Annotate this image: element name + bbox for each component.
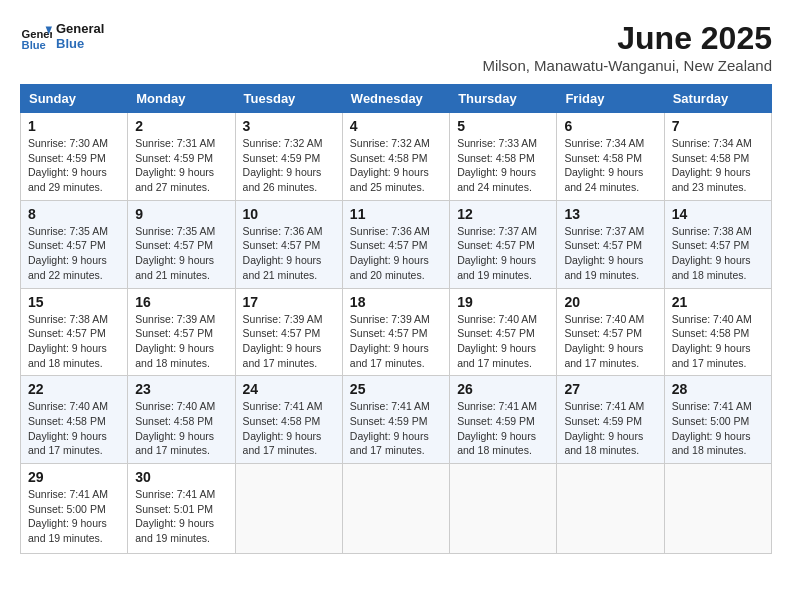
calendar-cell: 13 Sunrise: 7:37 AMSunset: 4:57 PMDaylig… [557,200,664,288]
day-number: 22 [28,381,120,397]
day-info: Sunrise: 7:41 AMSunset: 4:59 PMDaylight:… [350,399,442,458]
header-sunday: Sunday [21,85,128,113]
day-number: 17 [243,294,335,310]
day-info: Sunrise: 7:41 AMSunset: 4:59 PMDaylight:… [564,399,656,458]
calendar-cell: 17 Sunrise: 7:39 AMSunset: 4:57 PMDaylig… [235,288,342,376]
day-number: 2 [135,118,227,134]
calendar-subtitle: Milson, Manawatu-Wanganui, New Zealand [482,57,772,74]
header-saturday: Saturday [664,85,771,113]
day-number: 23 [135,381,227,397]
calendar-week-row: 29 Sunrise: 7:41 AMSunset: 5:00 PMDaylig… [21,464,772,554]
calendar-cell: 10 Sunrise: 7:36 AMSunset: 4:57 PMDaylig… [235,200,342,288]
day-number: 27 [564,381,656,397]
calendar-cell: 4 Sunrise: 7:32 AMSunset: 4:58 PMDayligh… [342,113,449,201]
day-info: Sunrise: 7:40 AMSunset: 4:57 PMDaylight:… [457,312,549,371]
day-info: Sunrise: 7:35 AMSunset: 4:57 PMDaylight:… [135,224,227,283]
day-info: Sunrise: 7:38 AMSunset: 4:57 PMDaylight:… [28,312,120,371]
day-number: 25 [350,381,442,397]
calendar-cell: 11 Sunrise: 7:36 AMSunset: 4:57 PMDaylig… [342,200,449,288]
day-info: Sunrise: 7:36 AMSunset: 4:57 PMDaylight:… [350,224,442,283]
day-number: 20 [564,294,656,310]
header-tuesday: Tuesday [235,85,342,113]
day-number: 21 [672,294,764,310]
calendar-cell [235,464,342,554]
day-info: Sunrise: 7:37 AMSunset: 4:57 PMDaylight:… [457,224,549,283]
calendar-cell: 25 Sunrise: 7:41 AMSunset: 4:59 PMDaylig… [342,376,449,464]
day-info: Sunrise: 7:41 AMSunset: 5:00 PMDaylight:… [28,487,120,546]
calendar-cell: 19 Sunrise: 7:40 AMSunset: 4:57 PMDaylig… [450,288,557,376]
calendar-cell: 3 Sunrise: 7:32 AMSunset: 4:59 PMDayligh… [235,113,342,201]
calendar-cell [342,464,449,554]
page-header: General Blue General Blue June 2025 Mils… [20,20,772,74]
day-info: Sunrise: 7:40 AMSunset: 4:58 PMDaylight:… [28,399,120,458]
day-number: 13 [564,206,656,222]
title-section: June 2025 Milson, Manawatu-Wanganui, New… [482,20,772,74]
calendar-cell [557,464,664,554]
day-number: 18 [350,294,442,310]
day-number: 19 [457,294,549,310]
calendar-cell: 30 Sunrise: 7:41 AMSunset: 5:01 PMDaylig… [128,464,235,554]
day-info: Sunrise: 7:40 AMSunset: 4:58 PMDaylight:… [135,399,227,458]
calendar-cell: 20 Sunrise: 7:40 AMSunset: 4:57 PMDaylig… [557,288,664,376]
day-number: 8 [28,206,120,222]
day-number: 10 [243,206,335,222]
logo: General Blue General Blue [20,20,104,52]
day-info: Sunrise: 7:34 AMSunset: 4:58 PMDaylight:… [672,136,764,195]
day-info: Sunrise: 7:33 AMSunset: 4:58 PMDaylight:… [457,136,549,195]
day-number: 29 [28,469,120,485]
calendar-cell: 22 Sunrise: 7:40 AMSunset: 4:58 PMDaylig… [21,376,128,464]
calendar-cell: 7 Sunrise: 7:34 AMSunset: 4:58 PMDayligh… [664,113,771,201]
calendar-cell: 21 Sunrise: 7:40 AMSunset: 4:58 PMDaylig… [664,288,771,376]
calendar-cell: 27 Sunrise: 7:41 AMSunset: 4:59 PMDaylig… [557,376,664,464]
calendar-cell: 2 Sunrise: 7:31 AMSunset: 4:59 PMDayligh… [128,113,235,201]
calendar-cell: 24 Sunrise: 7:41 AMSunset: 4:58 PMDaylig… [235,376,342,464]
day-info: Sunrise: 7:41 AMSunset: 4:59 PMDaylight:… [457,399,549,458]
calendar-cell: 26 Sunrise: 7:41 AMSunset: 4:59 PMDaylig… [450,376,557,464]
calendar-cell: 16 Sunrise: 7:39 AMSunset: 4:57 PMDaylig… [128,288,235,376]
day-info: Sunrise: 7:37 AMSunset: 4:57 PMDaylight:… [564,224,656,283]
header-monday: Monday [128,85,235,113]
day-info: Sunrise: 7:41 AMSunset: 5:00 PMDaylight:… [672,399,764,458]
day-info: Sunrise: 7:34 AMSunset: 4:58 PMDaylight:… [564,136,656,195]
logo-general: General [56,21,104,36]
calendar-cell [664,464,771,554]
calendar-cell: 29 Sunrise: 7:41 AMSunset: 5:00 PMDaylig… [21,464,128,554]
svg-text:Blue: Blue [22,39,46,51]
day-info: Sunrise: 7:39 AMSunset: 4:57 PMDaylight:… [350,312,442,371]
calendar-cell: 5 Sunrise: 7:33 AMSunset: 4:58 PMDayligh… [450,113,557,201]
calendar-cell [450,464,557,554]
day-info: Sunrise: 7:39 AMSunset: 4:57 PMDaylight:… [243,312,335,371]
day-info: Sunrise: 7:40 AMSunset: 4:57 PMDaylight:… [564,312,656,371]
day-number: 3 [243,118,335,134]
calendar-cell: 9 Sunrise: 7:35 AMSunset: 4:57 PMDayligh… [128,200,235,288]
day-info: Sunrise: 7:39 AMSunset: 4:57 PMDaylight:… [135,312,227,371]
day-info: Sunrise: 7:32 AMSunset: 4:59 PMDaylight:… [243,136,335,195]
day-info: Sunrise: 7:38 AMSunset: 4:57 PMDaylight:… [672,224,764,283]
calendar-header: Sunday Monday Tuesday Wednesday Thursday… [21,85,772,113]
day-info: Sunrise: 7:41 AMSunset: 4:58 PMDaylight:… [243,399,335,458]
day-info: Sunrise: 7:35 AMSunset: 4:57 PMDaylight:… [28,224,120,283]
calendar-week-row: 22 Sunrise: 7:40 AMSunset: 4:58 PMDaylig… [21,376,772,464]
header-friday: Friday [557,85,664,113]
calendar-body: 1 Sunrise: 7:30 AMSunset: 4:59 PMDayligh… [21,113,772,554]
calendar-cell: 14 Sunrise: 7:38 AMSunset: 4:57 PMDaylig… [664,200,771,288]
day-info: Sunrise: 7:40 AMSunset: 4:58 PMDaylight:… [672,312,764,371]
day-number: 14 [672,206,764,222]
day-info: Sunrise: 7:32 AMSunset: 4:58 PMDaylight:… [350,136,442,195]
day-info: Sunrise: 7:41 AMSunset: 5:01 PMDaylight:… [135,487,227,546]
calendar-cell: 12 Sunrise: 7:37 AMSunset: 4:57 PMDaylig… [450,200,557,288]
day-number: 6 [564,118,656,134]
calendar-table: Sunday Monday Tuesday Wednesday Thursday… [20,84,772,554]
day-number: 9 [135,206,227,222]
header-row: Sunday Monday Tuesday Wednesday Thursday… [21,85,772,113]
day-number: 15 [28,294,120,310]
day-info: Sunrise: 7:36 AMSunset: 4:57 PMDaylight:… [243,224,335,283]
logo-icon: General Blue [20,20,52,52]
day-number: 5 [457,118,549,134]
day-number: 12 [457,206,549,222]
logo-blue: Blue [56,36,104,51]
day-number: 4 [350,118,442,134]
day-number: 1 [28,118,120,134]
calendar-cell: 1 Sunrise: 7:30 AMSunset: 4:59 PMDayligh… [21,113,128,201]
calendar-cell: 18 Sunrise: 7:39 AMSunset: 4:57 PMDaylig… [342,288,449,376]
